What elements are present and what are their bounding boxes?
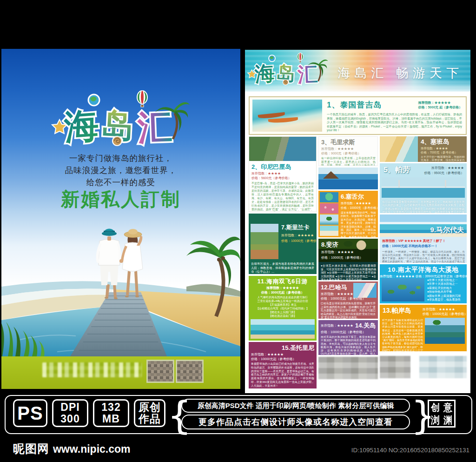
card-title: 10.南太平洋海岛大溪地 [380, 266, 467, 274]
qr-code [146, 360, 174, 383]
saipan-beach-photo [380, 136, 418, 162]
card-hainan: 11.海南双飞6日游 推荐指数：★★★★★ 价格：3000元起（参考价格） 人气… [249, 276, 317, 341]
card-fiji: 8.斐济 推荐指数：★★★★★ 价格：10000元（参考价格） ●全球五大潜水基… [318, 239, 378, 280]
phangan-photo [425, 318, 465, 344]
card-desc: 有一种信仰叫做毛里求斯，上帝创造的天堂 那里是一片净土，那里的人们很纯洁、热情、… [321, 157, 376, 166]
card-desc: 一个熟悉又陌生的城市，熟悉，是因为它早已成为世人心中的度假胜地，在这里，人们打破… [327, 113, 462, 133]
site-url: www.nipic.com [53, 443, 131, 455]
flyer-tagline: 海島汇 畅游天下 [337, 65, 463, 81]
card-title: 14.关岛 [355, 321, 376, 330]
tahiti-lagoon-photo [382, 278, 424, 301]
card-desc: 巴哈马是全球最顶级的海岛度假地，拥有世界上最性感的粉色沙滩。这种嫩红色的“沙子”… [321, 302, 376, 319]
seychelles-photo-strip [320, 192, 338, 236]
bahamas-photo [353, 283, 377, 298]
image-id-text: ID:10951140 NO:20160520180850252131 [351, 447, 469, 454]
balloon-icon [137, 91, 147, 107]
island-hub-logo: 海 岛 汇 [51, 87, 191, 149]
card-title: 2、印尼巴厘岛 [251, 163, 314, 171]
coral-photo [320, 203, 338, 214]
card-title: 6.塞舌尔 [341, 193, 376, 201]
card-desc: 对于厌倦了东南亚海滩喧嚣的人们而言，这个有着大片丛林的岛屿有许多山川瀑布等着你去… [382, 319, 423, 351]
island-hub-logo-small [247, 51, 329, 88]
blurred-contact-info [42, 362, 142, 377]
filesize-badge: 132MB [93, 399, 129, 427]
card-saipan: 4、塞班岛 推荐指数：★★★★ 价格：7000元（参考价格） 太平洋中的一颗璀璨… [380, 136, 467, 162]
logo-char-3: 汇 [137, 107, 173, 147]
card-desc: 面对关岛的大海夕阳抹下誓言，教堂没有新娘不落泪的，整个侧面美丽的场景走进电影中的… [321, 335, 376, 355]
srilanka-photo [251, 224, 278, 259]
nipic-watermark: 昵图网 www.nipic.com [13, 441, 131, 456]
card-rating-price: 推荐指数：★★★★★ 价格：5000元 起（参考价格） [418, 100, 462, 110]
card-lines: 人气最旺的海岛国内说走就走的蜜月旅行三亚往返机票+5晚五星海边一线酒店住宿【天福… [249, 295, 317, 318]
bali-cliff-photo [249, 137, 317, 161]
card-phuket: 1、泰国普吉岛 推荐指数：★★★★★ 价格：5000元 起（参考价格） 一个熟悉… [249, 96, 467, 135]
stock-image-preview: 海 岛 汇 一家专门做海岛的旅行社，品 [0, 0, 476, 462]
logo-char-1: 海 [62, 106, 100, 147]
card-seychelles: 6.塞舌尔 推荐指数：★★★★★ 价格：10000元（参考价格） 这里有着最纯净… [318, 191, 378, 237]
blurred-contact-block [419, 356, 467, 378]
shell-icon [112, 136, 122, 146]
card-bali: 2、印尼巴厘岛 推荐指数：★★★★ 价格：5600元（参考价格） 不是巴黎~岛，… [249, 136, 317, 212]
designer-seal: 创意 浏渊 [428, 400, 456, 428]
card-bahamas: 12.巴哈马 推荐指数：★★★★★ 价格：10000元起（参考价格） 巴哈马是全… [318, 281, 378, 319]
card-title: 7.斯里兰卡 [281, 224, 309, 232]
beach-photo [320, 226, 338, 236]
flyer-header: 海島汇 畅游天下 [245, 50, 470, 92]
blurred-contact-block [318, 357, 378, 379]
card-bullets: ●世界十大蜜月胜地之一●世界十大潜水胜地之一●最接近天堂的地方●独有特色木舟早餐… [427, 278, 465, 301]
fish-photo [320, 192, 338, 202]
site-name: 昵图网 [13, 442, 53, 455]
card-srilanka: 7.斯里兰卡 推荐指数：★★★★★ 价格：10000元（参考价格） 首都市区观光… [249, 214, 317, 274]
card-title: 4、塞班岛 [421, 138, 465, 146]
card-phangan: 13.帕岸岛 推荐指数：★★★★★ 价格：10000元起（参考价格） 对于厌倦了… [380, 305, 467, 351]
card-desc: 希腊爱琴海的小岛目前已经成为全球蜜月圣地。克里特岛的迷宫、非常耀眼的米克诺斯，还… [251, 362, 314, 388]
dpi-badge: DPI300 [52, 399, 88, 427]
mauritius-resort-photo [318, 167, 378, 189]
poster-slogan: 一家专门做海岛的旅行社，品味浪漫之旅，邀您看世界，给您不一样的感受 [1, 152, 240, 188]
photoshop-badge: PS [13, 399, 47, 427]
card-desc: 太平洋中的一颗璀璨明珠，明媚的阳光海水，四季舒爽，找份悠闲享受自然风光，漫步海边… [421, 155, 465, 162]
palau-bridge-photo [382, 177, 465, 198]
card-title: 11.海南双飞6日游 [249, 278, 317, 286]
more-works-line: 更多作品点击右侧设计师头像或名称进入空间查看 [181, 415, 410, 429]
card-palau: 5、帕劳 推荐指数：★★★★★ 价格：9500元（参考价格） 你可以尽情享受有阳… [380, 163, 467, 213]
blurred-contact-block [380, 356, 410, 378]
card-title: 8.斐济 [321, 241, 338, 249]
hainan-photo [251, 319, 315, 339]
right-flyer: 海島汇 畅游天下 1、泰国普吉岛 推荐指数：★★★★★ 价格：5000元 起（参… [245, 50, 470, 393]
phuket-photo [252, 100, 322, 132]
card-mauritius: 3、毛里求斯 推荐指数：★★★★★ 价格：9000元（参考价格） 有一种信仰叫做… [318, 136, 378, 166]
original-work-badge: 原创作品 [134, 399, 165, 427]
card-desc: ●全球五大潜水基地，全球最大的软珊瑚群落，可欣赏到世界上最美丽的白色和珊瑚的礁湖… [321, 264, 376, 280]
qr-code [176, 360, 204, 383]
card-desc: 一种凄美，一种渴望，一种憧憬，缘起，都说马尔代夫的情，缘灭，告别马尔代夫的爱。传… [382, 250, 465, 263]
contact-strip [1, 356, 240, 389]
psd-info-line: 原创高清PSD文件 适用于印刷/网页/喷绘制作 素材分层可供编辑 [181, 399, 410, 413]
card-desc: 你可以尽情享受有阳光的假日，在异国蓝空之下，悠闲地行走在光滑与闪亮的沙滩上，品尝… [382, 201, 464, 213]
card-desc: 这里有着最纯净的空气，明媚的阳光，弥漫着椰子花香 除了蓝天白云，水清沙幼，椰树成… [341, 211, 376, 237]
palm-photo [320, 214, 338, 225]
card-desc: 首都市区观光，参观当地著名特色风情的大象孤儿院；佛教圣地，供奉释迦牟尼佛牙舍利的… [251, 262, 314, 274]
card-desc: 不是巴黎~岛，而是~巴掌大的厘米小岛，她的美丽不是特意的雕琢，是原始纯真的凝望；… [251, 181, 314, 212]
card-title: 9.马尔代夫 [430, 226, 464, 234]
card-title: 5、帕劳 [383, 165, 410, 175]
card-title: 15.圣托里尼 [251, 344, 314, 352]
card-title: 3、毛里求斯 [321, 138, 376, 147]
card-santorini: 15.圣托里尼 推荐指数：★★★★★ 价格：10000元起（参考价格） 希腊爱琴… [249, 342, 317, 388]
card-guam: 推荐指数：★★★★★ 14.关岛 价格：10000元起（参考价格） 面对关岛的大… [318, 320, 378, 355]
card-title: 13.帕岸岛 [383, 307, 411, 315]
couple-boardwalk-photo [1, 200, 240, 356]
info-bar: PS DPI300 132MB 原创作品 { 原创高清PSD文件 适用于印刷/网… [5, 395, 472, 434]
card-maldives: 9.马尔代夫 推荐指数：VIP ★★★★★★ 真绝了！醉了！ 价格：10000元… [380, 214, 467, 263]
left-poster: 海 岛 汇 一家专门做海岛的旅行社，品 [1, 49, 240, 389]
card-tahiti: 10.南太平洋海岛大溪地 推荐指数：★★★★★★ 价格：39900元起奢华之旅（… [380, 264, 467, 303]
